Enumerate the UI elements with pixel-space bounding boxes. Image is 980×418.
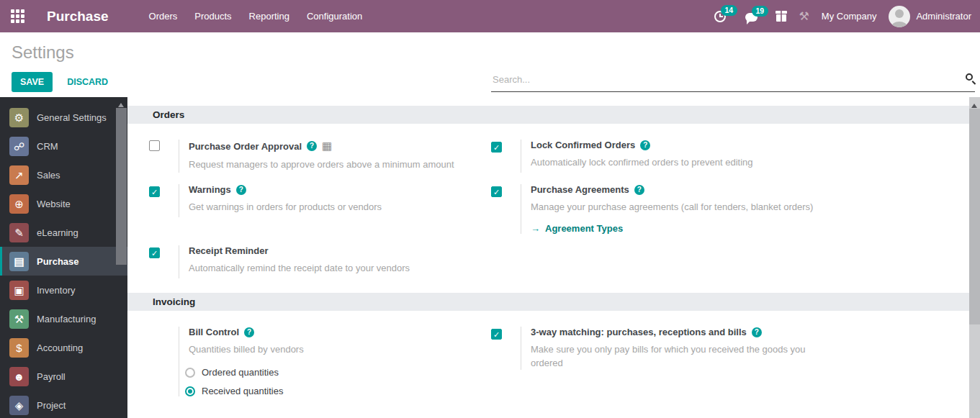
- checkbox-col: [491, 140, 521, 153]
- main-area: ⚙General Settings☍CRM↗Sales⊕Website✎eLea…: [0, 97, 980, 418]
- sidebar-item-purchase[interactable]: ▤Purchase: [0, 247, 127, 276]
- sidebar-item-label: eLearning: [37, 227, 78, 238]
- presentation-icon: ✎: [9, 223, 29, 242]
- help-icon[interactable]: ?: [640, 140, 650, 150]
- activities-button[interactable]: 14: [714, 11, 726, 22]
- help-icon[interactable]: ?: [634, 185, 644, 195]
- sidebar-item-label: Payroll: [37, 371, 66, 382]
- arrow-right-icon: →: [531, 223, 540, 234]
- apps-grid-icon[interactable]: [11, 9, 24, 23]
- tools-button[interactable]: ⚒: [799, 11, 809, 22]
- sidebar-item-manufacturing[interactable]: ⚒Manufacturing: [0, 304, 127, 333]
- checkbox-col: [149, 327, 179, 327]
- enterprise-upgrade-icon: ▦: [322, 140, 332, 153]
- handshake-icon: ☍: [9, 137, 29, 156]
- user-menu[interactable]: Administrator: [889, 6, 971, 27]
- checkbox-checked[interactable]: [491, 142, 502, 153]
- radio-label: Received quantities: [202, 386, 283, 396]
- link-agreement-types[interactable]: →Agreement Types: [531, 223, 813, 234]
- setting-label: Lock Confirmed Orders?: [531, 140, 753, 150]
- setting-label-text: Warnings: [189, 184, 231, 195]
- sidebar-item-label: Website: [37, 199, 71, 209]
- content-scrollbar[interactable]: [969, 97, 980, 418]
- sidebar-item-label: Manufacturing: [37, 314, 96, 324]
- search-box: [491, 71, 975, 92]
- setting-lock-confirmed-orders: Lock Confirmed Orders?Automatically lock…: [491, 140, 980, 173]
- save-button[interactable]: SAVE: [12, 72, 53, 92]
- sidebar-item-project[interactable]: ◈Project: [0, 391, 127, 418]
- setting-text: Bill Control?Quantities billed by vendor…: [179, 327, 304, 396]
- empty-cell: [491, 245, 980, 278]
- radio-selected-icon[interactable]: [185, 386, 195, 396]
- page-title: Settings: [12, 42, 980, 63]
- checkbox-checked[interactable]: [491, 186, 502, 197]
- setting-warnings: Warnings?Get warnings in orders for prod…: [149, 184, 491, 234]
- sidebar-item-website[interactable]: ⊕Website: [0, 189, 127, 218]
- setting-label: Receipt Reminder: [189, 245, 410, 256]
- sidebar-item-label: General Settings: [37, 112, 107, 123]
- company-switcher[interactable]: My Company: [822, 11, 877, 22]
- settings-content: OrdersPurchase Order Approval?▦Request m…: [127, 97, 980, 418]
- help-icon[interactable]: ?: [244, 327, 254, 337]
- setting-description: Quantities billed by vendors: [189, 342, 304, 356]
- messages-button[interactable]: 19: [745, 12, 758, 22]
- sidebar-item-elearning[interactable]: ✎eLearning: [0, 218, 127, 247]
- sidebar-item-crm[interactable]: ☍CRM: [0, 132, 127, 160]
- scrollbar-thumb[interactable]: [969, 109, 980, 324]
- sales-chart-icon: ↗: [9, 165, 29, 185]
- sidebar-item-label: Inventory: [37, 285, 75, 296]
- link-label: Agreement Types: [545, 223, 623, 234]
- sidebar-scrollbar[interactable]: [116, 97, 127, 418]
- setting-text: Lock Confirmed Orders?Automatically lock…: [521, 140, 753, 173]
- help-icon[interactable]: ?: [752, 327, 762, 337]
- user-name: Administrator: [916, 11, 971, 22]
- setting-label-text: Bill Control: [189, 327, 239, 337]
- help-icon[interactable]: ?: [236, 185, 246, 195]
- checkbox-checked[interactable]: [491, 329, 502, 340]
- sidebar-item-accounting[interactable]: $Accounting: [0, 333, 127, 362]
- checkbox-checked[interactable]: [149, 247, 160, 258]
- sidebar-item-label: Accounting: [37, 342, 83, 353]
- search-icon[interactable]: [966, 73, 973, 81]
- sidebar-item-general-settings[interactable]: ⚙General Settings: [0, 103, 127, 132]
- setting-description: Request managers to approve orders above…: [189, 158, 454, 171]
- gear-icon: ⚙: [9, 108, 29, 127]
- top-menu-configuration[interactable]: Configuration: [307, 8, 362, 24]
- search-input[interactable]: [491, 71, 975, 92]
- top-menu-reporting[interactable]: Reporting: [249, 8, 289, 24]
- sidebar-item-payroll[interactable]: ☻Payroll: [0, 362, 127, 391]
- section-header-orders: Orders: [127, 106, 980, 124]
- checkbox-checked[interactable]: [149, 186, 160, 197]
- employee-icon: ☻: [9, 367, 29, 386]
- globe-icon: ⊕: [9, 194, 29, 214]
- setting-description: Automatically lock confirmed orders to p…: [531, 155, 753, 169]
- section-body-orders: Purchase Order Approval?▦Request manager…: [127, 124, 980, 293]
- setting-description: Get warnings in orders for products or v…: [189, 200, 382, 214]
- checkbox-col: [149, 184, 179, 198]
- setting-label: Warnings?: [189, 184, 382, 195]
- sidebar-item-inventory[interactable]: ▣Inventory: [0, 276, 127, 304]
- top-menu-orders[interactable]: Orders: [149, 8, 178, 24]
- top-header: Purchase OrdersProductsReportingConfigur…: [0, 0, 980, 32]
- discard-button[interactable]: DISCARD: [67, 77, 108, 87]
- systray: 14 19 ⚒ My Company Administrator: [714, 6, 972, 27]
- radio-option-received-quantities[interactable]: Received quantities: [185, 386, 304, 396]
- setting-text: Receipt ReminderAutomatically remind the…: [179, 245, 410, 278]
- scrollbar-thumb[interactable]: [116, 108, 127, 265]
- wrench-icon: ⚒: [9, 309, 29, 329]
- top-menu-products[interactable]: Products: [194, 8, 231, 24]
- section-header-invoicing: Invoicing: [127, 293, 980, 311]
- wrench-icon: ⚒: [799, 11, 809, 22]
- setting-label: Bill Control?: [189, 327, 304, 337]
- puzzle-icon: ◈: [9, 396, 29, 415]
- setting-purchase-order-approval: Purchase Order Approval?▦Request manager…: [149, 140, 491, 173]
- gift-button[interactable]: [776, 11, 787, 22]
- setting-text: Purchase Order Approval?▦Request manager…: [179, 140, 454, 173]
- sidebar-item-sales[interactable]: ↗Sales: [0, 160, 127, 189]
- scroll-up-icon: [971, 101, 977, 108]
- help-icon[interactable]: ?: [307, 141, 317, 151]
- radio-icon[interactable]: [185, 368, 195, 378]
- setting-label: 3-way matching: purchases, receptions an…: [531, 327, 824, 337]
- radio-option-ordered-quantities[interactable]: Ordered quantities: [185, 367, 304, 378]
- checkbox-unchecked[interactable]: [149, 140, 160, 151]
